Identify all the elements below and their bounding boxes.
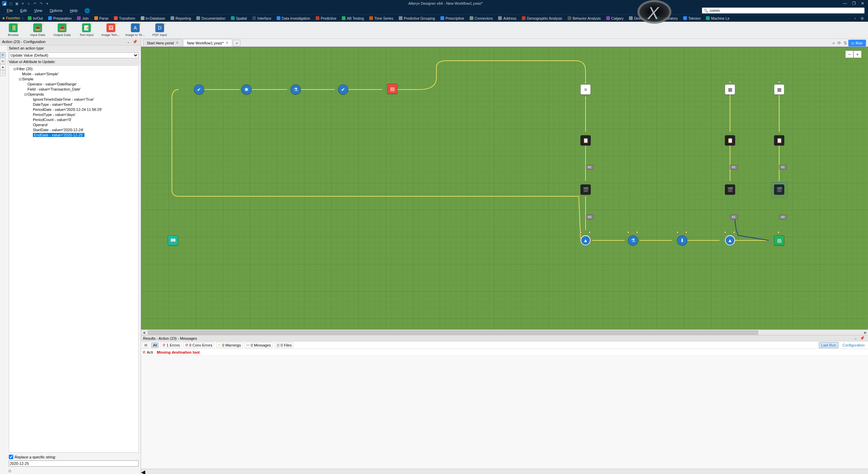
- maximize-button[interactable]: ❐: [850, 1, 858, 6]
- tool-input[interactable]: 📖: [168, 235, 178, 245]
- shelf-tool-pdf-input[interactable]: D★PDF Input: [149, 23, 170, 37]
- scroll-left-icon[interactable]: ◀: [141, 469, 868, 474]
- results-message-row[interactable]: ⊘ Acti Missing destination tool.: [141, 349, 868, 356]
- filter-files[interactable]: ▥0 Files: [275, 342, 293, 348]
- overflow-tabs-icon[interactable]: »: [831, 40, 836, 46]
- tree-node[interactable]: IgnoreTimeInDateTime - value='True': [10, 97, 138, 102]
- category-time-series[interactable]: Time Series: [367, 16, 396, 21]
- filter-all[interactable]: All: [151, 342, 159, 348]
- tree-node[interactable]: PeriodCount - value='0': [10, 117, 138, 122]
- category-in-database[interactable]: In-Database: [138, 16, 168, 21]
- qat-cut-icon[interactable]: ⎌: [26, 1, 31, 6]
- search-input[interactable]: [710, 8, 863, 13]
- tool-textinput-c[interactable]: ▦: [774, 84, 784, 95]
- add-tab-button[interactable]: +: [233, 40, 240, 46]
- scroll-right-icon[interactable]: ▶: [863, 330, 868, 335]
- tool-summarize-2[interactable]: ▲: [725, 235, 735, 245]
- menu-help[interactable]: Help: [66, 8, 81, 13]
- category-calgary[interactable]: Calgary: [604, 16, 626, 21]
- filter-warnings[interactable]: ⚠0 Warnings: [216, 342, 242, 348]
- results-collapse-icon[interactable]: ⌄: [853, 336, 859, 340]
- category-transform[interactable]: Transform: [111, 16, 138, 21]
- tree-node[interactable]: EndDate - value='2020-12-25': [10, 133, 138, 138]
- menu-edit[interactable]: Edit: [17, 8, 30, 13]
- category-teknion[interactable]: Teknion: [680, 16, 703, 21]
- menu-file[interactable]: File: [3, 8, 16, 13]
- tool-output[interactable]: ▤: [774, 235, 784, 245]
- tool-macro-b[interactable]: 📋: [725, 135, 735, 145]
- scroll-left-icon[interactable]: ◀: [141, 330, 146, 335]
- replace-checkbox-label[interactable]: Replace a specific string:: [9, 455, 139, 459]
- canvas-h-scrollbar[interactable]: ◀ ▶: [141, 330, 868, 335]
- tree-node[interactable]: Operator - value='DateRange': [10, 82, 138, 87]
- category-prescriptive[interactable]: Prescriptive: [438, 16, 467, 21]
- results-h-scrollbar[interactable]: ◀ ▶: [141, 469, 868, 474]
- config-collapse-icon[interactable]: ⌄: [125, 40, 131, 44]
- shelf-tool-text-input[interactable]: 📝★Text Input: [76, 23, 97, 37]
- filter-errors[interactable]: ⊘1 Errors: [161, 342, 181, 348]
- global-search[interactable]: 🔍: [702, 7, 865, 14]
- tab-start-here[interactable]: Start Here.yxmd ✕: [143, 39, 182, 46]
- tree-node[interactable]: ⊟Simple: [10, 77, 138, 82]
- config-pin-icon[interactable]: 📌: [131, 40, 139, 44]
- tool-textinput-b[interactable]: ▦: [725, 84, 735, 95]
- tree-node[interactable]: Field - value='Transaction_Date': [10, 87, 138, 92]
- tool-select[interactable]: ✔: [194, 84, 204, 95]
- tool-macro-a2[interactable]: 🎬: [580, 184, 591, 195]
- qat-open-icon[interactable]: ▣: [14, 1, 19, 6]
- category-data-investigation[interactable]: Data Investigation: [274, 16, 313, 21]
- tool-sort[interactable]: ⬇: [677, 235, 687, 245]
- category-join[interactable]: Join: [74, 16, 91, 21]
- close-icon[interactable]: ✕: [176, 41, 179, 45]
- close-icon[interactable]: ✕: [225, 41, 229, 45]
- category-address[interactable]: Address: [495, 16, 519, 21]
- category-behavior-analysis[interactable]: Behavior Analysis: [565, 16, 604, 21]
- category-ab-testing[interactable]: AB Testing: [339, 16, 367, 21]
- globe-icon[interactable]: 🌐: [82, 8, 93, 13]
- tree-node[interactable]: Operand: [10, 122, 138, 127]
- settings-icon[interactable]: ⇅: [842, 40, 848, 46]
- filter-conv-errors[interactable]: ⊘0 Conv Errors: [183, 342, 214, 348]
- tree-node[interactable]: ⊟Filter (20): [10, 66, 138, 72]
- shelf-tool-image-tem-[interactable]: 🖼★Image Tem…: [100, 23, 121, 37]
- tree-node[interactable]: StartDate - value='2020-12-24': [10, 127, 138, 133]
- category-machine-le[interactable]: Machine Le: [703, 16, 732, 21]
- replace-checkbox[interactable]: [9, 455, 13, 459]
- tool-macro-c[interactable]: 📋: [774, 135, 784, 145]
- category-interface[interactable]: Interface: [250, 16, 274, 21]
- minimize-button[interactable]: ―: [841, 1, 849, 6]
- tool-filter[interactable]: ▤: [387, 84, 397, 94]
- shelf-tool-output-data[interactable]: 📤★Output Data: [52, 23, 73, 37]
- tool-macro-a[interactable]: 📋: [580, 135, 591, 145]
- category-documentation[interactable]: Documentation: [194, 16, 228, 21]
- scroll-thumb[interactable]: [148, 331, 758, 335]
- tool-action[interactable]: ✱: [241, 84, 252, 95]
- qat-save-icon[interactable]: ✕: [20, 1, 25, 6]
- cat-scroll-right[interactable]: ›: [852, 16, 858, 21]
- results-lastrun[interactable]: Last Run: [819, 342, 839, 348]
- action-type-select[interactable]: Update Value (Default): [9, 52, 139, 58]
- tool-formula[interactable]: ⚗: [291, 84, 301, 95]
- results-configuration[interactable]: Configuration: [841, 342, 867, 348]
- replace-value-input[interactable]: [9, 460, 139, 467]
- menu-options[interactable]: Options: [46, 8, 66, 13]
- tool-macro-b2[interactable]: 🎬: [725, 184, 735, 195]
- cat-add-icon[interactable]: ⊕: [859, 16, 866, 21]
- category-connectors[interactable]: Connectors: [467, 16, 496, 21]
- qat-dropdown-icon[interactable]: ▾: [45, 1, 50, 6]
- category-parse[interactable]: Parse: [92, 16, 111, 21]
- category-favorites[interactable]: ★ Favorites: [2, 16, 20, 20]
- category-preparation[interactable]: Preparation: [45, 16, 74, 21]
- zoom-out-button[interactable]: −: [845, 51, 853, 58]
- category-demographic-analysis[interactable]: Demographic Analysis: [519, 16, 565, 21]
- workflow-canvas[interactable]: − + ✔ ✱ ⚗ ✔: [141, 47, 868, 330]
- tool-summarize[interactable]: ▲: [580, 235, 591, 245]
- shelf-tool-input-data[interactable]: 📥★Input Data: [27, 23, 48, 37]
- results-view-icon[interactable]: ▦: [142, 342, 149, 348]
- menu-view[interactable]: View: [31, 8, 46, 13]
- qat-new-icon[interactable]: ▢: [8, 1, 13, 6]
- zoom-in-button[interactable]: +: [853, 51, 862, 58]
- category-in/out[interactable]: In/Out: [25, 16, 45, 21]
- filter-messages[interactable]: ▭0 Messages: [244, 342, 272, 348]
- category-reporting[interactable]: Reporting: [168, 16, 194, 21]
